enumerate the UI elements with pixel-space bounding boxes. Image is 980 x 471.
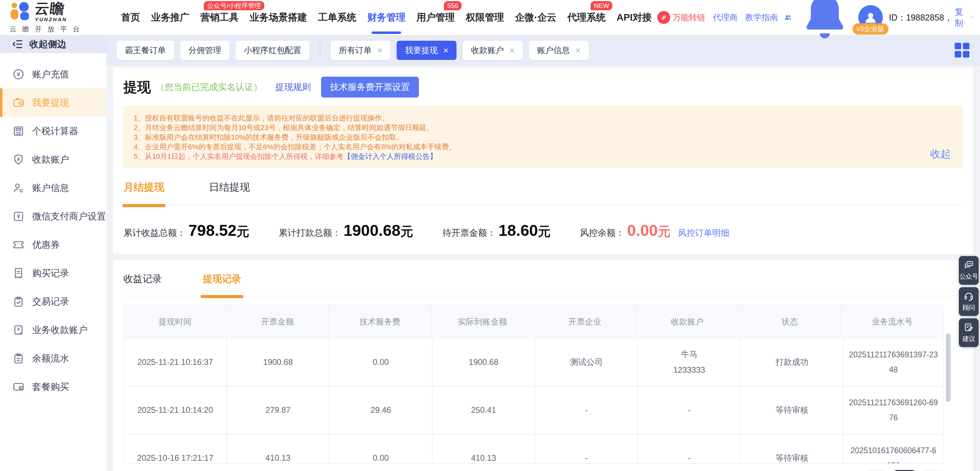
sidebar-item-label: 购买记录 [32,267,69,279]
column-header-开票金额: 开票金额 [227,305,329,338]
nav-item-权限管理[interactable]: 权限管理 [460,0,509,35]
withdraw-rules-link[interactable]: 提现规则 [275,81,311,93]
sidebar-item-优惠券[interactable]: 优惠券 [0,230,107,259]
column-header-实际到账金额: 实际到账金额 [431,305,534,338]
shortcut-霸王餐订单[interactable]: 霸王餐订单 [116,41,174,60]
shortcut-小程序红包配置[interactable]: 小程序红包配置 [235,41,309,60]
table-cell: 2025-10-16 17:21:17 [124,434,227,464]
table-row: 2025-10-16 17:21:17410.130.00410.13--等待审… [124,434,943,464]
wallet-icon [12,97,25,109]
nav-item-label: 营销工具 [200,11,239,24]
doc-yen-icon: ¥ [12,324,25,336]
clipboard-icon [12,352,25,364]
copy-id-link[interactable]: 复制 [955,6,964,29]
sidebar-item-label: 收款账户 [32,153,69,166]
sidebar-item-收款账户[interactable]: ¥收款账户 [0,145,107,174]
open-tab-我要提现[interactable]: 我要提现× [397,41,457,60]
float-button-顾问[interactable]: 顾问 [959,287,978,316]
shortcut-分佣管理[interactable]: 分佣管理 [180,41,229,60]
risk-order-detail-link[interactable]: 风控订单明细 [678,227,729,239]
nav-item-工单系统[interactable]: 工单系统 [313,0,362,35]
table-cell: - [536,434,638,464]
tab-close-icon[interactable]: × [509,46,514,55]
invoice-settings-button[interactable]: 技术服务费开票设置 [321,77,419,97]
brand-logo[interactable]: 云瞻 YUNZHAN 云瞻开放平台 [0,0,113,35]
open-tab-收款账户[interactable]: 收款账户× [463,41,522,60]
team-icon[interactable] [784,10,792,25]
open-tab-所有订单[interactable]: 所有订单× [331,41,390,60]
table-cell: 202511211763691397-2348 [843,338,943,386]
sidebar-item-余额流水[interactable]: 余额流水 [0,344,107,372]
notice-collapse-link[interactable]: 收起 [930,147,951,161]
coupon-icon [12,239,25,251]
tab-close-icon[interactable]: × [576,46,581,55]
quick-link-label: 万能转链 [673,12,705,23]
svg-text:¥: ¥ [17,326,20,331]
nav-item-业务场景搭建[interactable]: 业务场景搭建 [244,0,313,35]
nav-item-企微·企云[interactable]: 企微·企云 [509,0,562,35]
table-cell: 打款成功 [741,338,844,386]
period-tab-月结提现[interactable]: 月结提现 [123,180,164,195]
floating-action-buttons: 公众号顾问建议 [959,256,978,347]
stat-累计打款总额：: 累计打款总额：1900.68元 [279,221,413,240]
nav-item-代理系统[interactable]: 代理系统NEW [562,0,611,35]
notice-text: 1、授权自有联盟账号的收益不在此显示，请前往对应的联盟后台进行提现操作。 [134,114,389,122]
open-tabs: 所有订单×我要提现×收款账户×账户信息× [331,41,589,60]
collapse-sidebar-icon [12,38,23,50]
sidebar-item-交易记录[interactable]: 交易记录 [0,287,107,316]
nav-item-API对接[interactable]: API对接 [611,0,657,35]
nav-item-label: 财务管理 [367,11,406,24]
edit-icon [964,322,974,332]
sidebar-item-购买记录[interactable]: 购买记录 [0,259,107,287]
column-header-开票企业: 开票企业 [534,305,637,338]
open-tab-账户信息[interactable]: 账户信息× [529,41,589,60]
period-tab-日结提现[interactable]: 日结提现 [209,180,250,195]
sidebar-item-账户充值[interactable]: ¥账户充值 [0,60,107,88]
tab-close-icon[interactable]: × [443,46,448,55]
nav-item-用户管理[interactable]: 用户管理556 [411,0,460,35]
sidebar-item-label: 我要提现 [32,97,69,109]
notifications-bell[interactable]: 2 [798,0,852,45]
sidebar-item-业务收款账户[interactable]: ¥业务收款账户 [0,316,107,344]
stat-label: 累计打款总额： [279,227,341,239]
chevron-down-icon[interactable] [970,13,975,22]
float-button-建议[interactable]: 建议 [959,318,978,347]
user-avatar[interactable]: v3企业版 [858,5,883,30]
sidebar-item-label: 余额流水 [32,352,69,364]
nav-item-财务管理[interactable]: 财务管理 [362,0,411,35]
chat-icon [964,260,974,270]
tab-close-icon[interactable]: × [377,46,382,55]
period-tabs: 月结提现日结提现 [123,180,963,205]
table-scrollbar-thumb[interactable] [946,334,951,402]
record-tab-提现记录[interactable]: 提现记录 [203,273,241,286]
stat-value: 1900.68 [344,221,401,239]
nav-item-label: API对接 [617,11,652,24]
column-header-技术服务费: 技术服务费 [329,305,431,338]
nav-item-业务推广[interactable]: 业务推广 [146,0,195,35]
sidebar-collapse-button[interactable]: 收起侧边 [0,35,107,53]
table-cell: 250.41 [433,386,536,434]
table-row: 2025-11-21 10:14:20279.8729.46250.41--等待… [124,386,943,434]
quick-link-代理商[interactable]: 代理商 [713,12,738,23]
wallet-card-icon [12,381,25,393]
sidebar-item-账户信息[interactable]: 账户信息 [0,174,107,202]
quick-link-万能转链[interactable]: 万能转链 [657,11,705,24]
quick-link-教学指南[interactable]: 教学指南 [745,12,778,23]
top-header: 云瞻 YUNZHAN 云瞻开放平台 首页业务推广营销工具公众号/小程序管理业务场… [0,0,980,35]
grid-layout-icon[interactable] [955,43,970,58]
record-tab-收益记录[interactable]: 收益记录 [123,273,162,286]
sidebar-item-label: 微信支付商户设置 [32,210,106,222]
clipboard-check-icon [12,295,25,308]
stat-label: 风控余额： [580,227,624,239]
table-cell: 29.46 [329,386,433,434]
main-nav: 首页业务推广营销工具公众号/小程序管理业务场景搭建工单系统财务管理用户管理556… [116,0,657,35]
notice-announcement-link[interactable]: 【佣金计入个人所得税公告】 [344,152,437,160]
sidebar-item-个税计算器[interactable]: 个税计算器 [0,117,107,145]
sidebar-item-我要提现[interactable]: 我要提现 [0,88,107,117]
tab-label: 所有订单 [339,45,372,56]
nav-item-首页[interactable]: 首页 [116,0,146,35]
sidebar-item-套餐购买[interactable]: 套餐购买 [0,372,107,401]
float-button-公众号[interactable]: 公众号 [959,256,978,285]
sidebar-item-微信支付商户设置[interactable]: ¥微信支付商户设置 [0,202,107,230]
nav-item-营销工具[interactable]: 营销工具公众号/小程序管理 [195,0,244,35]
